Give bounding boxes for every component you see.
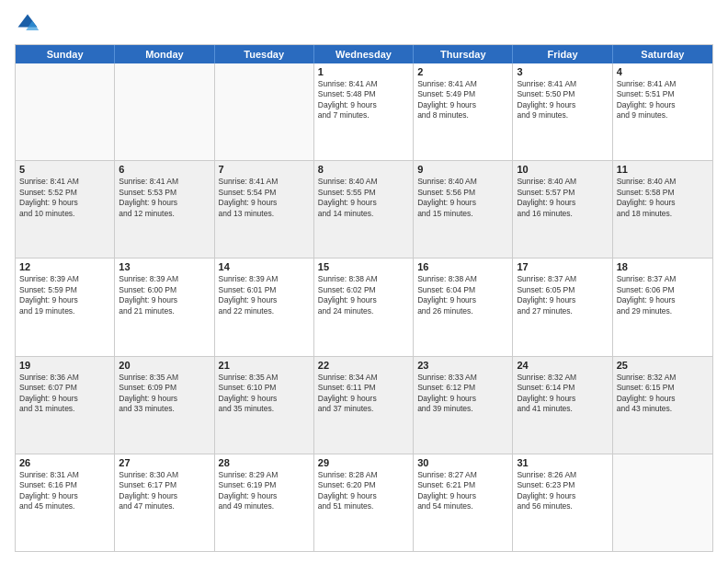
cell-info-line: and 29 minutes.: [617, 306, 709, 316]
cal-cell-day-11: 11Sunrise: 8:40 AMSunset: 5:58 PMDayligh…: [613, 161, 712, 258]
cal-cell-day-22: 22Sunrise: 8:34 AMSunset: 6:11 PMDayligh…: [314, 357, 414, 454]
cell-info-line: and 7 minutes.: [318, 110, 409, 121]
cell-info-line: Sunrise: 8:40 AM: [417, 177, 508, 187]
cell-info-line: and 8 minutes.: [417, 110, 508, 121]
cell-info-line: Sunset: 6:23 PM: [517, 480, 608, 490]
day-number: 22: [318, 360, 409, 371]
day-number: 13: [119, 261, 210, 272]
cal-cell-day-16: 16Sunrise: 8:38 AMSunset: 6:04 PMDayligh…: [414, 259, 513, 355]
cell-info-line: Sunset: 6:05 PM: [517, 285, 608, 295]
cal-cell-day-6: 6Sunrise: 8:41 AMSunset: 5:53 PMDaylight…: [115, 161, 214, 258]
cal-week-2: 5Sunrise: 8:41 AMSunset: 5:52 PMDaylight…: [16, 160, 712, 258]
day-number: 26: [19, 457, 110, 468]
cell-info-line: Sunset: 6:10 PM: [219, 383, 310, 393]
day-number: 30: [417, 457, 508, 468]
cell-info-line: Sunset: 6:12 PM: [417, 383, 508, 393]
page: SundayMondayTuesdayWednesdayThursdayFrid…: [0, 0, 728, 563]
cell-info-line: Sunset: 6:04 PM: [417, 285, 508, 295]
cal-cell-day-18: 18Sunrise: 8:37 AMSunset: 6:06 PMDayligh…: [613, 259, 712, 355]
cell-info-line: Daylight: 9 hours: [417, 491, 508, 501]
cal-cell-day-21: 21Sunrise: 8:35 AMSunset: 6:10 PMDayligh…: [215, 357, 314, 454]
cell-info-line: Daylight: 9 hours: [219, 295, 310, 305]
cell-info-line: and 9 minutes.: [617, 110, 709, 121]
cell-info-line: and 31 minutes.: [19, 404, 110, 414]
day-number: 10: [517, 164, 608, 175]
cell-info-line: and 14 minutes.: [318, 209, 409, 219]
cell-info-line: Sunset: 5:59 PM: [19, 285, 110, 295]
cell-info-line: Sunrise: 8:40 AM: [318, 177, 409, 187]
cell-info-line: Daylight: 9 hours: [318, 100, 409, 110]
day-number: 28: [219, 457, 310, 468]
cal-cell-day-5: 5Sunrise: 8:41 AMSunset: 5:52 PMDaylight…: [16, 161, 115, 258]
day-number: 29: [318, 457, 409, 468]
calendar-header-row: SundayMondayTuesdayWednesdayThursdayFrid…: [16, 45, 712, 63]
cell-info-line: Sunrise: 8:31 AM: [19, 470, 110, 480]
cell-info-line: Sunrise: 8:37 AM: [617, 274, 709, 284]
cell-info-line: Sunrise: 8:40 AM: [517, 177, 608, 187]
day-number: 1: [318, 66, 409, 77]
cell-info-line: Sunset: 5:56 PM: [417, 188, 508, 198]
cell-info-line: and 43 minutes.: [617, 404, 709, 414]
cell-info-line: Daylight: 9 hours: [617, 198, 709, 208]
cal-cell-day-13: 13Sunrise: 8:39 AMSunset: 6:00 PMDayligh…: [115, 259, 214, 355]
cal-cell-day-3: 3Sunrise: 8:41 AMSunset: 5:50 PMDaylight…: [513, 63, 612, 160]
cell-info-line: Sunset: 6:19 PM: [219, 480, 310, 490]
cell-info-line: and 51 minutes.: [318, 501, 409, 511]
cell-info-line: Daylight: 9 hours: [617, 295, 709, 305]
cell-info-line: and 49 minutes.: [219, 501, 310, 511]
cell-info-line: Daylight: 9 hours: [318, 198, 409, 208]
cal-header-monday: Monday: [115, 45, 214, 63]
cal-cell-day-9: 9Sunrise: 8:40 AMSunset: 5:56 PMDaylight…: [414, 161, 513, 258]
cal-cell-empty: [16, 63, 115, 160]
cal-cell-day-31: 31Sunrise: 8:26 AMSunset: 6:23 PMDayligh…: [513, 454, 612, 551]
cal-cell-empty: [215, 63, 314, 160]
cell-info-line: Sunrise: 8:29 AM: [219, 470, 310, 480]
cell-info-line: and 15 minutes.: [417, 209, 508, 219]
cal-header-thursday: Thursday: [414, 45, 513, 63]
cell-info-line: Sunrise: 8:41 AM: [19, 177, 110, 187]
cell-info-line: Sunrise: 8:41 AM: [617, 79, 709, 89]
cell-info-line: Daylight: 9 hours: [19, 295, 110, 305]
cal-cell-day-14: 14Sunrise: 8:39 AMSunset: 6:01 PMDayligh…: [215, 259, 314, 355]
cell-info-line: and 19 minutes.: [19, 306, 110, 316]
cell-info-line: Sunrise: 8:34 AM: [318, 373, 409, 383]
cell-info-line: and 9 minutes.: [517, 110, 608, 121]
cell-info-line: and 39 minutes.: [417, 404, 508, 414]
cell-info-line: Sunset: 5:58 PM: [617, 188, 709, 198]
cal-header-sunday: Sunday: [16, 45, 115, 63]
cell-info-line: Sunrise: 8:36 AM: [19, 373, 110, 383]
cell-info-line: Daylight: 9 hours: [517, 295, 608, 305]
day-number: 5: [19, 164, 110, 175]
cal-cell-day-10: 10Sunrise: 8:40 AMSunset: 5:57 PMDayligh…: [513, 161, 612, 258]
cell-info-line: and 41 minutes.: [517, 404, 608, 414]
calendar: SundayMondayTuesdayWednesdayThursdayFrid…: [15, 44, 713, 552]
cell-info-line: Sunrise: 8:28 AM: [318, 470, 409, 480]
day-number: 25: [617, 360, 709, 371]
cell-info-line: and 16 minutes.: [517, 209, 608, 219]
cal-cell-day-28: 28Sunrise: 8:29 AMSunset: 6:19 PMDayligh…: [215, 454, 314, 551]
cell-info-line: Sunrise: 8:26 AM: [517, 470, 608, 480]
cell-info-line: Daylight: 9 hours: [517, 394, 608, 404]
cell-info-line: Sunset: 5:55 PM: [318, 188, 409, 198]
day-number: 9: [417, 164, 508, 175]
cal-cell-day-29: 29Sunrise: 8:28 AMSunset: 6:20 PMDayligh…: [314, 454, 414, 551]
cal-cell-day-26: 26Sunrise: 8:31 AMSunset: 6:16 PMDayligh…: [16, 454, 115, 551]
day-number: 11: [617, 164, 709, 175]
cal-cell-day-23: 23Sunrise: 8:33 AMSunset: 6:12 PMDayligh…: [414, 357, 513, 454]
day-number: 20: [119, 360, 210, 371]
cal-week-3: 12Sunrise: 8:39 AMSunset: 5:59 PMDayligh…: [16, 258, 712, 355]
cal-header-saturday: Saturday: [613, 45, 712, 63]
cell-info-line: Daylight: 9 hours: [517, 198, 608, 208]
cal-cell-day-8: 8Sunrise: 8:40 AMSunset: 5:55 PMDaylight…: [314, 161, 414, 258]
cal-cell-day-15: 15Sunrise: 8:38 AMSunset: 6:02 PMDayligh…: [314, 259, 414, 355]
cal-cell-day-24: 24Sunrise: 8:32 AMSunset: 6:14 PMDayligh…: [513, 357, 612, 454]
cell-info-line: Sunset: 6:07 PM: [19, 383, 110, 393]
cal-cell-empty: [115, 63, 214, 160]
cell-info-line: and 18 minutes.: [617, 209, 709, 219]
cell-info-line: and 13 minutes.: [219, 209, 310, 219]
cell-info-line: Sunrise: 8:27 AM: [417, 470, 508, 480]
cell-info-line: Daylight: 9 hours: [417, 198, 508, 208]
cal-cell-day-17: 17Sunrise: 8:37 AMSunset: 6:05 PMDayligh…: [513, 259, 612, 355]
day-number: 7: [219, 164, 310, 175]
cell-info-line: Sunset: 6:11 PM: [318, 383, 409, 393]
